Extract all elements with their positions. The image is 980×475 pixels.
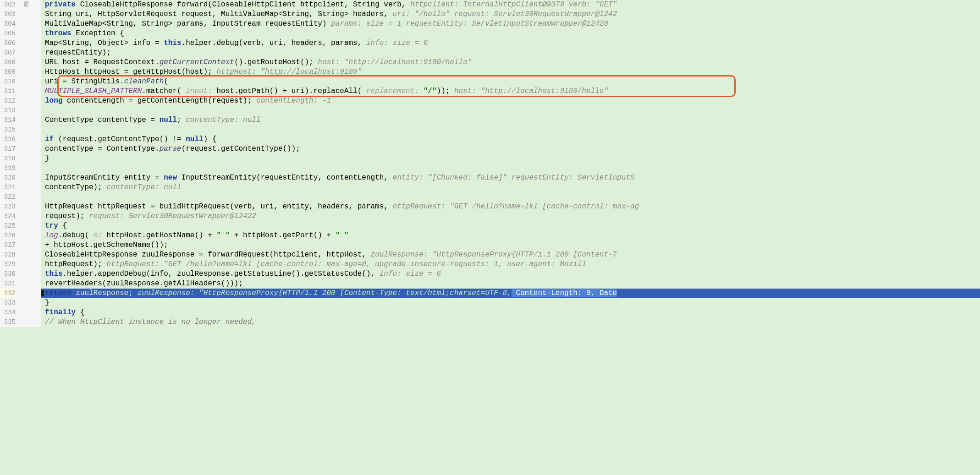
line-number[interactable]: 319 [0,164,16,173]
line-number[interactable]: 302 [0,0,16,10]
fold-cell[interactable] [33,48,41,58]
line-number-gutter[interactable]: 3023033043053063073083093103113123133143… [0,0,19,327]
fold-cell[interactable] [33,269,41,279]
line-number[interactable]: 318 [0,154,16,164]
fold-cell[interactable] [33,298,41,308]
fold-cell[interactable] [33,289,41,298]
fold-cell[interactable] [33,125,41,135]
fold-cell[interactable] [33,106,41,115]
line-number[interactable]: 327 [0,240,16,250]
fold-cell[interactable] [33,135,41,144]
fold-gutter[interactable] [33,0,41,327]
fold-cell[interactable] [33,115,41,125]
line-number[interactable]: 304 [0,19,16,29]
code-line[interactable] [41,164,980,173]
code-line[interactable]: contentType = ContentType.parse(request.… [41,144,980,154]
code-line[interactable]: String uri, HttpServletRequest request, … [41,10,980,19]
code-line[interactable] [41,106,980,115]
code-line[interactable]: InputStreamEntity entity = new InputStre… [41,173,980,183]
line-number[interactable]: 331 [0,279,16,289]
code-line[interactable]: CloseableHttpResponse zuulResponse = for… [41,250,980,260]
line-number[interactable]: 323 [0,202,16,212]
fold-cell[interactable] [33,96,41,106]
line-number[interactable]: 312 [0,96,16,106]
code-line[interactable]: private CloseableHttpResponse forward(Cl… [41,0,980,10]
code-line[interactable]: Map<String, Object> info = this.helper.d… [41,38,980,48]
code-area[interactable]: private CloseableHttpResponse forward(Cl… [41,0,980,327]
fold-cell[interactable] [33,10,41,19]
line-number[interactable]: 305 [0,29,16,38]
fold-cell[interactable] [33,173,41,183]
line-number[interactable]: 311 [0,87,16,96]
line-number[interactable]: 316 [0,135,16,144]
fold-cell[interactable] [33,250,41,260]
line-number[interactable]: 321 [0,183,16,192]
line-number[interactable]: 322 [0,192,16,202]
fold-cell[interactable] [33,317,41,327]
line-number[interactable]: 335 [0,317,16,327]
fold-cell[interactable] [33,231,41,240]
code-line[interactable]: long contentLength = getContentLength(re… [41,96,980,106]
fold-cell[interactable] [33,154,41,164]
line-number[interactable]: 314 [0,115,16,125]
code-line[interactable]: revertHeaders(zuulResponse.getAllHeaders… [41,279,980,289]
fold-cell[interactable] [33,308,41,317]
code-line[interactable]: requestEntity); [41,48,980,58]
fold-cell[interactable] [33,58,41,67]
fold-cell[interactable] [33,77,41,87]
fold-cell[interactable] [33,212,41,221]
line-number[interactable]: 334 [0,308,16,317]
code-line[interactable]: HttpRequest httpRequest = buildHttpReque… [41,202,980,212]
line-number[interactable]: 308 [0,58,16,67]
line-number[interactable]: 307 [0,48,16,58]
fold-cell[interactable] [33,164,41,173]
fold-cell[interactable] [33,29,41,38]
code-line[interactable]: URL host = RequestContext.getCurrentCont… [41,58,980,67]
fold-cell[interactable] [33,144,41,154]
code-line[interactable]: return zuulResponse; zuulResponse: "Http… [41,289,980,298]
line-number[interactable]: 303 [0,10,16,19]
code-line[interactable]: uri = StringUtils.cleanPath( [41,77,980,87]
fold-cell[interactable] [33,260,41,269]
code-line[interactable]: ContentType contentType = null; contentT… [41,115,980,125]
line-number[interactable]: 330 [0,269,16,279]
fold-cell[interactable] [33,202,41,212]
fold-cell[interactable] [33,192,41,202]
code-line[interactable]: try { [41,221,980,231]
code-line[interactable]: request); request: Servlet30RequestWrapp… [41,212,980,221]
code-line[interactable]: HttpHost httpHost = getHttpHost(host); h… [41,67,980,77]
fold-cell[interactable] [33,183,41,192]
fold-cell[interactable] [33,240,41,250]
code-line[interactable]: if (request.getContentType() != null) { [41,135,980,144]
line-number[interactable]: 326 [0,231,16,240]
line-number[interactable]: 329 [0,260,16,269]
line-number[interactable]: 328 [0,250,16,260]
fold-cell[interactable] [33,279,41,289]
fold-cell[interactable] [33,87,41,96]
code-editor[interactable]: 3023033043053063073083093103113123133143… [0,0,980,327]
code-line[interactable]: MultiValueMap<String, String> params, In… [41,19,980,29]
fold-cell[interactable] [33,0,41,10]
line-number[interactable]: 317 [0,144,16,154]
code-line[interactable]: throws Exception { [41,29,980,38]
code-line[interactable]: this.helper.appendDebug(info, zuulRespon… [41,269,980,279]
fold-cell[interactable] [33,38,41,48]
line-number[interactable]: 313 [0,106,16,115]
code-line[interactable] [41,192,980,202]
code-line[interactable]: // When HttpClient instance is no longer… [41,317,980,327]
fold-cell[interactable] [33,19,41,29]
line-number[interactable]: 309 [0,67,16,77]
line-number[interactable]: 310 [0,77,16,87]
line-number[interactable]: 306 [0,38,16,48]
line-number[interactable]: 325 [0,221,16,231]
line-number[interactable]: 332 [0,289,16,298]
fold-cell[interactable] [33,221,41,231]
code-line[interactable]: contentType); contentType: null [41,183,980,192]
code-line[interactable]: } [41,154,980,164]
code-line[interactable] [41,125,980,135]
code-line[interactable]: finally { [41,308,980,317]
line-number[interactable]: 315 [0,125,16,135]
code-line[interactable]: log.debug( o: httpHost.getHostName() + "… [41,231,980,240]
code-line[interactable]: } [41,298,980,308]
line-number[interactable]: 320 [0,173,16,183]
